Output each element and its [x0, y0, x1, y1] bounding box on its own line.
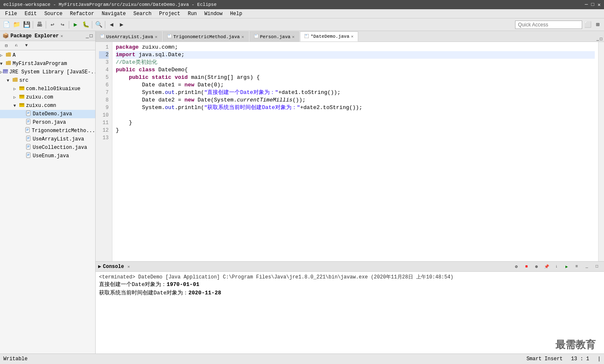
code-line-1: package zuixu.comn;	[116, 44, 595, 51]
redo-button[interactable]: ↪	[58, 20, 67, 29]
new-button[interactable]: 📄	[2, 20, 11, 29]
menu-item-help[interactable]: Help	[227, 10, 246, 18]
tab-icon-2	[254, 34, 258, 39]
editor-tab-3[interactable]: *DateDemo.java✕	[300, 31, 358, 42]
console-run-button[interactable]: ▶	[562, 262, 571, 271]
search-button[interactable]: 🔍	[94, 20, 103, 29]
pe-link-button[interactable]: ⎌	[12, 41, 21, 50]
status-insert-mode: Smart Insert	[526, 356, 562, 362]
svg-rect-38	[305, 34, 309, 38]
tree-item-usecollection[interactable]: UseCollection.java	[0, 143, 95, 152]
console-close-icon[interactable]: ✕	[128, 264, 130, 269]
run-button[interactable]: ▶	[71, 20, 80, 29]
open-button[interactable]: 📁	[12, 20, 21, 29]
tab-ctrl-max[interactable]: □	[600, 37, 602, 42]
tree-item-person[interactable]: Person.java	[0, 118, 95, 127]
save-button[interactable]: 💾	[22, 20, 31, 29]
tree-item-usearraylist[interactable]: UseArrayList.java	[0, 135, 95, 143]
console-terminate-button[interactable]: ⊗	[532, 262, 541, 271]
console-minimize-button[interactable]: _	[582, 262, 591, 271]
pe-collapse-button[interactable]: ⊟	[2, 41, 11, 50]
editor-tab-2[interactable]: Person.java✕	[250, 31, 299, 42]
line-numbers: 12345678910111213	[96, 42, 112, 261]
tree-item-a[interactable]: ▷A	[0, 51, 95, 60]
console-clear-button[interactable]: ⊘	[512, 262, 521, 271]
tree-icon-usearraylist	[25, 135, 32, 143]
console-scroll-button[interactable]: ↓	[552, 262, 561, 271]
svg-rect-22	[27, 138, 29, 138]
line-num-10: 10	[99, 112, 109, 119]
close-button[interactable]: ✕	[598, 2, 601, 8]
tree-arrow-src: ▼	[7, 78, 12, 83]
tree-item-trig[interactable]: TrigonometricMetho...	[0, 127, 95, 135]
forward-button[interactable]: ▶	[117, 20, 126, 29]
menu-item-project[interactable]: Project	[156, 10, 183, 18]
tree-item-zuixucomn[interactable]: ▼zuixu.comn	[0, 101, 95, 110]
quick-access-input[interactable]	[515, 21, 582, 29]
console-maximize-button[interactable]: □	[592, 262, 601, 271]
svg-rect-34	[167, 34, 172, 38]
undo-button[interactable]: ↩	[48, 20, 57, 29]
editor-scrollbar[interactable]	[598, 42, 604, 261]
tab-ctrl-min[interactable]: _	[596, 37, 599, 42]
tree-icon-usecollection	[25, 144, 32, 151]
tab-close-3[interactable]: ✕	[351, 34, 354, 39]
tree-item-mfj[interactable]: ▼MyFirstJavaProgram	[0, 60, 95, 68]
menu-item-search[interactable]: Search	[130, 10, 155, 18]
tree-item-datedemo[interactable]: DateDemo.java	[0, 110, 95, 118]
tree-label-a: A	[13, 52, 16, 58]
package-explorer: 📦 Package Explorer ✕ _ □ ⊟ ⎌ ▼ ▷A▼MyFirs…	[0, 31, 96, 354]
pe-maximize-icon[interactable]: □	[90, 33, 93, 39]
console-menu-button[interactable]: ≡	[572, 262, 581, 271]
line-num-4: 4	[99, 66, 109, 74]
tree-item-ch[interactable]: ▷com.hello01kuaixue	[0, 85, 95, 93]
tree-icon-useenum	[25, 152, 32, 160]
menu-item-edit[interactable]: Edit	[21, 10, 40, 18]
svg-rect-27	[27, 147, 29, 148]
debug-button[interactable]: 🐛	[81, 20, 90, 29]
line-num-8: 8	[99, 96, 109, 104]
pe-toolbar: ⊟ ⎌ ▼	[0, 41, 95, 50]
pe-close-icon[interactable]: ✕	[60, 34, 63, 39]
tab-close-2[interactable]: ✕	[292, 34, 294, 39]
tab-close-1[interactable]: ✕	[242, 34, 244, 39]
code-content[interactable]: package zuixu.comn;import java.sql.Date;…	[112, 42, 598, 261]
sep4	[92, 21, 92, 29]
code-editor[interactable]: 12345678910111213 package zuixu.comn;imp…	[96, 42, 604, 261]
code-line-5: public static void main(String[] args) {	[116, 74, 595, 81]
menu-item-run[interactable]: Run	[185, 10, 200, 18]
status-writable: Writable	[3, 356, 28, 362]
tab-close-0[interactable]: ✕	[155, 34, 157, 39]
maximize-button[interactable]: □	[591, 2, 594, 8]
editor-tab-0[interactable]: UseArrayList.java✕	[96, 31, 162, 42]
line-num-2: 2	[99, 51, 109, 59]
menu-item-source[interactable]: Source	[41, 10, 66, 18]
code-line-10	[116, 112, 595, 119]
editor-tab-1[interactable]: TrigonometricMethod.java✕	[163, 31, 248, 42]
tree-item-src[interactable]: ▼src	[0, 76, 95, 85]
status-bar-right: Smart Insert 13 : 1 |	[526, 356, 601, 362]
console-pin-button[interactable]: 📌	[542, 262, 551, 271]
tree-arrow-ch: ▷	[13, 86, 18, 91]
view-button[interactable]: ⊞	[593, 20, 602, 29]
tree-item-jre[interactable]: ▷libJRE System Library [JavaSE-...	[0, 68, 95, 76]
perspective-button[interactable]: ⬜	[583, 20, 592, 29]
pe-minimize-icon[interactable]: _	[86, 33, 89, 39]
console-icon: ▶	[98, 263, 101, 270]
tree-item-zuixu[interactable]: ▷zuixu.com	[0, 93, 95, 101]
print-button[interactable]: 🖶	[35, 20, 44, 29]
menu-item-refactor[interactable]: Refactor	[67, 10, 98, 18]
console-stop-button[interactable]: ■	[522, 262, 531, 271]
menu-item-file[interactable]: File	[2, 10, 21, 18]
menu-item-navigate[interactable]: Navigate	[98, 10, 129, 18]
minimize-button[interactable]: ─	[585, 2, 588, 8]
back-button[interactable]: ◀	[107, 20, 116, 29]
tab-label-0: UseArrayList.java	[106, 34, 153, 39]
tab-icon-3	[305, 34, 309, 39]
menu-item-window[interactable]: Window	[201, 10, 226, 18]
svg-rect-26	[27, 146, 29, 147]
tree-item-useenum[interactable]: UseEnum.java	[0, 152, 95, 160]
tab-label-2: Person.java	[260, 34, 291, 39]
pe-menu-button[interactable]: ▼	[22, 41, 31, 50]
console-output-line: 获取系统当前时间创建Date对象为：2020-11-28	[99, 289, 601, 297]
